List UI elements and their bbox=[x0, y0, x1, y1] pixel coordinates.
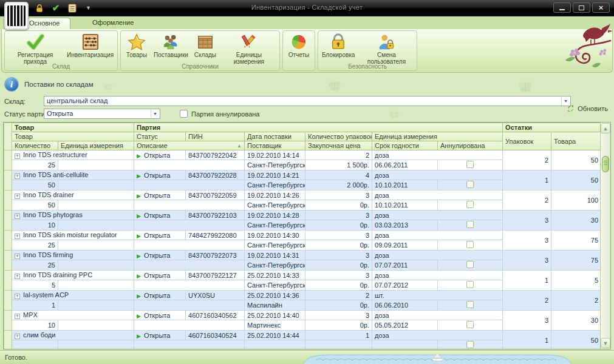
status-cell[interactable]: ▶Открыта bbox=[134, 271, 186, 280]
description-cell[interactable] bbox=[134, 280, 245, 291]
column-header-delivery-date[interactable]: Дата поставки bbox=[245, 132, 305, 141]
column-header-expiry[interactable]: Срок годности bbox=[372, 141, 438, 150]
pin-cell[interactable]: 4607160340562 bbox=[186, 311, 245, 320]
unit-empty-cell[interactable] bbox=[58, 180, 134, 190]
unit-empty-cell[interactable] bbox=[58, 320, 134, 331]
pin-cell[interactable]: 8437007922028 bbox=[186, 170, 245, 180]
ribbon-button-crate[interactable]: Склады bbox=[191, 32, 220, 65]
unit-empty-cell[interactable] bbox=[58, 300, 134, 311]
expand-row-icon[interactable]: + bbox=[15, 334, 20, 339]
pack-count-cell[interactable]: 3 bbox=[305, 211, 372, 220]
expiry-cell[interactable]: 10.10.2011 bbox=[372, 180, 438, 190]
purchase-price-cell[interactable]: 0р. bbox=[305, 220, 372, 231]
status-cell[interactable]: ▶Открыта bbox=[134, 231, 186, 240]
expand-row-icon[interactable]: + bbox=[15, 314, 20, 319]
unit-cell[interactable]: доза bbox=[372, 231, 503, 240]
column-header-status[interactable]: Статус bbox=[134, 132, 186, 141]
delivery-date-cell[interactable]: 19.02.2010 14:30 bbox=[245, 231, 305, 240]
expiry-cell[interactable]: 03.03.2013 bbox=[372, 220, 438, 231]
status-cell[interactable]: ▶Открыта bbox=[134, 150, 186, 160]
expiry-cell[interactable]: 09.09.2011 bbox=[372, 240, 438, 251]
supplier-cell[interactable]: Санкт-Петербургска... bbox=[245, 280, 305, 291]
remain-packs-cell[interactable]: 3 bbox=[503, 231, 551, 251]
table-row[interactable]: +Inno TDS draining PPC▶Открыта8437007922… bbox=[4, 271, 601, 280]
table-row[interactable]: +Inno TDS drainer▶Открыта843700792205919… bbox=[4, 190, 601, 200]
refresh-button[interactable]: Обновить bbox=[566, 104, 608, 113]
unit-cell[interactable]: доза bbox=[372, 311, 503, 320]
table-row[interactable]: +Inno TDS restructurer▶Открыта8437007922… bbox=[4, 150, 601, 160]
batch-annulled-checkbox[interactable] bbox=[180, 110, 188, 118]
delivery-date-cell[interactable]: 25.02.2010 14:40 bbox=[245, 311, 305, 320]
unit-empty-cell[interactable] bbox=[58, 340, 134, 350]
remain-goods-cell[interactable]: 2 bbox=[551, 291, 601, 311]
restore-button[interactable] bbox=[573, 2, 590, 13]
delivery-date-cell[interactable]: 25.02.2010 14:36 bbox=[245, 291, 305, 300]
unit-empty-cell[interactable] bbox=[58, 160, 134, 170]
expand-row-icon[interactable]: + bbox=[15, 274, 20, 279]
expiry-cell[interactable]: 07.07.2011 bbox=[372, 260, 438, 271]
delivery-date-cell[interactable]: 19.02.2010 14:21 bbox=[245, 170, 305, 180]
ribbon-button-pencils[interactable]: Единицы измерения bbox=[220, 32, 278, 65]
remain-packs-cell[interactable]: 3 bbox=[503, 211, 551, 231]
unit-empty-cell[interactable] bbox=[58, 280, 134, 291]
supplier-cell[interactable] bbox=[245, 340, 305, 350]
pin-cell[interactable]: 8437007922073 bbox=[186, 251, 245, 260]
expiry-cell[interactable]: 10.10.2011 bbox=[372, 200, 438, 211]
status-cell[interactable]: ▶Открыта bbox=[134, 190, 186, 200]
product-cell[interactable]: +Inno TDS drainer bbox=[12, 190, 134, 200]
remain-goods-cell[interactable]: 50 bbox=[551, 150, 601, 170]
pin-cell[interactable]: 8437007922042 bbox=[186, 150, 245, 160]
expiry-cell[interactable] bbox=[372, 340, 438, 350]
column-group-remains[interactable]: Остатки bbox=[503, 123, 601, 132]
expiry-cell[interactable]: 06.06.2011 bbox=[372, 160, 438, 170]
unit-cell[interactable]: шт. bbox=[372, 291, 503, 300]
close-button[interactable]: × bbox=[592, 2, 610, 13]
unit-cell[interactable]: доза bbox=[372, 331, 503, 340]
description-cell[interactable] bbox=[134, 340, 245, 350]
pack-count-cell[interactable]: 3 bbox=[305, 251, 372, 260]
description-cell[interactable] bbox=[134, 160, 245, 170]
product-cell[interactable]: +Inno TDS firming bbox=[12, 251, 134, 260]
pack-count-cell[interactable]: 3 bbox=[305, 231, 372, 240]
delivery-date-cell[interactable]: 19.02.2010 14:28 bbox=[245, 211, 305, 220]
delivery-date-cell[interactable]: 19.02.2010 14:26 bbox=[245, 190, 305, 200]
column-header-unit2[interactable]: Единица измерения bbox=[372, 132, 503, 141]
remain-packs-cell[interactable]: 1 bbox=[503, 271, 551, 291]
purchase-price-cell[interactable]: 1 500р. bbox=[305, 160, 372, 170]
unit-cell[interactable]: доза bbox=[372, 211, 503, 220]
pack-count-cell[interactable]: 2 bbox=[305, 150, 372, 160]
description-cell[interactable] bbox=[134, 260, 245, 271]
column-header-unit[interactable]: Единица измерения bbox=[58, 141, 134, 150]
status-cell[interactable]: ▶Открыта bbox=[134, 291, 186, 300]
table-row[interactable]: +слим боди▶Открыта460716034052425.02.201… bbox=[4, 331, 601, 340]
pin-cell[interactable]: 8437007922127 bbox=[186, 271, 245, 280]
column-header-pack-count[interactable]: Количество упаковок bbox=[305, 132, 372, 141]
purchase-price-cell[interactable]: 0р. bbox=[305, 240, 372, 251]
unit-cell[interactable]: доза bbox=[372, 170, 503, 180]
quantity-cell[interactable]: 10 bbox=[12, 220, 58, 231]
delivery-date-cell[interactable]: 25.02.2010 14:44 bbox=[245, 331, 305, 340]
column-header-supplier[interactable]: Поставщик bbox=[245, 141, 305, 150]
unit-cell[interactable]: доза bbox=[372, 190, 503, 200]
purchase-price-cell[interactable]: 0р. bbox=[305, 300, 372, 311]
quantity-cell[interactable]: 50 bbox=[12, 180, 58, 190]
pack-count-cell[interactable]: 4 bbox=[305, 170, 372, 180]
product-cell[interactable]: +слим боди bbox=[12, 331, 134, 340]
product-cell[interactable]: +Inno TDS phytogras bbox=[12, 211, 134, 220]
product-cell[interactable]: +MPX bbox=[12, 311, 134, 320]
unit-empty-cell[interactable] bbox=[58, 220, 134, 231]
purchase-price-cell[interactable]: 2 000р. bbox=[305, 180, 372, 190]
product-cell[interactable]: +Ial-system ACP bbox=[12, 291, 134, 300]
annulled-checkbox[interactable] bbox=[466, 301, 474, 308]
description-cell[interactable] bbox=[134, 320, 245, 331]
scrollbar-thumb[interactable] bbox=[602, 156, 609, 172]
purchase-price-cell[interactable] bbox=[305, 340, 372, 350]
expiry-cell[interactable]: 05.05.2012 bbox=[372, 320, 438, 331]
product-cell[interactable]: +Inno TDS restructurer bbox=[12, 150, 134, 160]
quantity-cell[interactable]: 25 bbox=[12, 260, 58, 271]
warehouse-combobox[interactable]: центральный склад ▼ bbox=[44, 96, 571, 106]
column-group-product[interactable]: Товар bbox=[12, 123, 134, 132]
minimize-button[interactable] bbox=[553, 2, 571, 13]
expand-row-icon[interactable]: + bbox=[15, 214, 20, 219]
column-header-purchase-price[interactable]: Закупочная цена bbox=[305, 141, 372, 150]
